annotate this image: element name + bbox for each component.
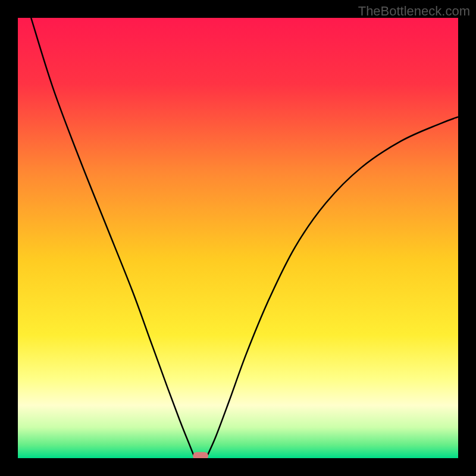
- watermark-text: TheBottleneck.com: [358, 4, 470, 19]
- bottleneck-marker: [193, 452, 208, 458]
- marker-pill: [193, 452, 208, 458]
- bottleneck-chart: [18, 18, 458, 458]
- chart-svg: [18, 18, 458, 458]
- gradient-background: [18, 18, 458, 458]
